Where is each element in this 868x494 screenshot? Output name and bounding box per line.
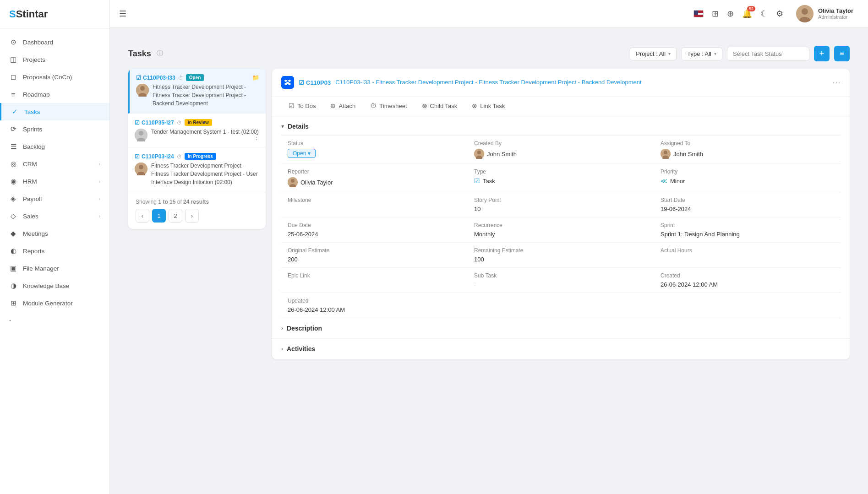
- time-icon: ⏱: [177, 154, 182, 159]
- task-id: ☑ C110P03-I24: [135, 153, 174, 160]
- updated-label: Updated: [288, 298, 461, 304]
- prev-page-button[interactable]: ‹: [136, 209, 149, 223]
- status-badge: Open: [186, 74, 204, 81]
- sub-task-value: -: [474, 281, 648, 288]
- chevron-right-icon: ›: [98, 213, 100, 219]
- settings-icon[interactable]: ⚙: [776, 9, 783, 19]
- sidebar-item-reports[interactable]: ◐ Reports: [0, 242, 109, 260]
- sidebar-item-projects[interactable]: ◫ Projects: [0, 51, 109, 68]
- project-filter-dropdown[interactable]: Project : All ▾: [630, 47, 677, 60]
- sprint-field: Sprint Sprint 1: Design And Planning: [654, 217, 841, 242]
- more-options-icon[interactable]: ⋯: [832, 77, 841, 87]
- task-card[interactable]: ☑ C110P35-I27 ⏱ In Review Tender Managem…: [128, 114, 266, 147]
- pagination-controls: ‹ 1 2 ›: [136, 209, 258, 223]
- sidebar-item-tasks[interactable]: ✓ Tasks: [0, 103, 109, 120]
- info-icon[interactable]: ⓘ: [157, 49, 163, 58]
- assigned-to-value: John Smith: [661, 149, 834, 159]
- assigned-to-label: Assigned To: [661, 140, 834, 147]
- notifications-icon[interactable]: 🔔 52: [742, 9, 752, 19]
- sidebar-item-backlog[interactable]: ☰ Backlog: [0, 138, 109, 155]
- hamburger-menu-icon[interactable]: ☰: [119, 9, 126, 19]
- task-description: Fitness Tracker Development Project - Fi…: [153, 83, 259, 108]
- add-task-button[interactable]: +: [814, 46, 830, 61]
- priority-value: ≪ Minor: [661, 177, 834, 185]
- sidebar-item-crm[interactable]: ◎ CRM ›: [0, 155, 109, 173]
- task-card[interactable]: ☑ C110P03-I33 ⏱ Open 📁 Fitness Tracker: [128, 69, 266, 114]
- tab-attach[interactable]: ⊕ Attach: [323, 97, 363, 116]
- activities-section-header[interactable]: › Activities: [281, 339, 841, 359]
- tasks-page: Tasks ⓘ Project : All ▾ Type : All ▾ + ≡: [119, 37, 859, 494]
- task-card-body: Fitness Tracker Development Project - Fi…: [136, 83, 259, 108]
- reporter-label: Reporter: [288, 168, 461, 175]
- user-area[interactable]: Olivia Taylor Administrator: [791, 2, 859, 25]
- avatar: [796, 5, 813, 22]
- sidebar-item-payroll[interactable]: ◈ Payroll ›: [0, 190, 109, 207]
- svg-point-7: [139, 131, 143, 136]
- sub-task-label: Sub Task: [474, 272, 648, 279]
- page-1-button[interactable]: 1: [152, 209, 166, 223]
- details-section-header[interactable]: ▾ Details: [281, 116, 841, 135]
- tab-child-task[interactable]: ⊛ Child Task: [415, 97, 465, 116]
- empty-field: [468, 293, 654, 318]
- three-dots-icon[interactable]: ⋮: [253, 133, 260, 141]
- priority-field: Priority ≪ Minor: [654, 164, 841, 192]
- type-field: Type ☑ Task: [468, 164, 654, 192]
- knowledge-base-icon: ◑: [9, 282, 17, 290]
- svg-point-13: [477, 151, 481, 154]
- grid-icon[interactable]: ⊕: [727, 9, 734, 19]
- due-date-field: Due Date 25-06-2024: [281, 217, 468, 242]
- apps-icon[interactable]: ⊞: [712, 9, 719, 19]
- sidebar-item-file-manager[interactable]: ▣ File Manager: [0, 260, 109, 277]
- todos-icon: ☑: [289, 102, 295, 109]
- priority-label: Priority: [661, 168, 834, 175]
- folder-icon[interactable]: 📁: [252, 74, 259, 81]
- recurrence-value: Monthly: [474, 231, 648, 238]
- tab-timesheet[interactable]: ⏱ Timesheet: [363, 97, 414, 116]
- status-label: Status: [288, 140, 461, 147]
- empty-field: [654, 293, 841, 318]
- user-role: Administrator: [818, 14, 853, 20]
- tab-todos[interactable]: ☑ To Dos: [281, 97, 323, 116]
- list-view-button[interactable]: ≡: [834, 46, 850, 61]
- sidebar-item-dashboard[interactable]: ⊙ Dashboard: [0, 33, 109, 51]
- language-flag-icon[interactable]: [693, 10, 704, 17]
- header: ☰ ⊞ ⊕ 🔔 52 ☾ ⚙ Olivia Taylor Administrat…: [110, 0, 868, 27]
- sidebar-item-sprints[interactable]: ⟳ Sprints: [0, 120, 109, 138]
- sidebar-item-proposals[interactable]: ◻ Proposals (CoCo): [0, 68, 109, 86]
- tab-label: Child Task: [430, 103, 458, 109]
- task-avatar: [136, 84, 149, 97]
- status-search-input[interactable]: [727, 47, 809, 61]
- task-card[interactable]: ☑ C110P03-I24 ⏱ In Progress Fitness Trac…: [128, 147, 266, 192]
- link-task-icon: ⊗: [472, 102, 477, 109]
- sidebar-item-sales[interactable]: ◇ Sales ›: [0, 207, 109, 225]
- type-filter-dropdown[interactable]: Type : All ▾: [681, 47, 722, 60]
- sidebar-item-hrm[interactable]: ◉ HRM ›: [0, 173, 109, 190]
- main-wrapper: ☰ ⊞ ⊕ 🔔 52 ☾ ⚙ Olivia Taylor Administrat…: [110, 0, 868, 494]
- svg-point-16: [664, 151, 667, 154]
- sales-icon: ◇: [9, 212, 17, 220]
- description-section-header[interactable]: › Description: [281, 318, 841, 338]
- original-estimate-field: Original Estimate 200: [281, 243, 468, 267]
- sidebar-item-meetings[interactable]: ◆ Meetings: [0, 225, 109, 242]
- logo-text: SStintar: [9, 8, 100, 20]
- sidebar-item-module-generator[interactable]: ⊞ Module Generator: [0, 294, 109, 312]
- task-card-header: ☑ C110P03-I24 ⏱ In Progress: [135, 153, 259, 160]
- page-2-button[interactable]: 2: [169, 209, 182, 223]
- updated-value: 26-06-2024 12:00 AM: [288, 306, 461, 313]
- sidebar-item-more[interactable]: -: [0, 312, 109, 328]
- task-detail-header: ☑ C110P03 C110P03-I33 - Fitness Tracker …: [272, 69, 850, 97]
- sidebar-item-roadmap[interactable]: ≡ Roadmap: [0, 86, 109, 103]
- payroll-icon: ◈: [9, 195, 17, 203]
- status-badge[interactable]: Open ▾: [288, 149, 316, 158]
- tab-link-task[interactable]: ⊗ Link Task: [464, 97, 512, 116]
- sidebar-item-label: Proposals (CoCo): [23, 74, 72, 81]
- dashboard-icon: ⊙: [9, 38, 17, 46]
- sidebar-item-label: Knowledge Base: [23, 282, 69, 289]
- status-badge: In Progress: [185, 153, 216, 160]
- sidebar-item-knowledge-base[interactable]: ◑ Knowledge Base: [0, 277, 109, 294]
- theme-icon[interactable]: ☾: [760, 9, 768, 19]
- svg-point-10: [139, 165, 143, 169]
- next-page-button[interactable]: ›: [185, 209, 199, 223]
- sidebar: SStintar ⊙ Dashboard ◫ Projects ◻ Propos…: [0, 0, 110, 494]
- tab-label: Link Task: [480, 103, 505, 109]
